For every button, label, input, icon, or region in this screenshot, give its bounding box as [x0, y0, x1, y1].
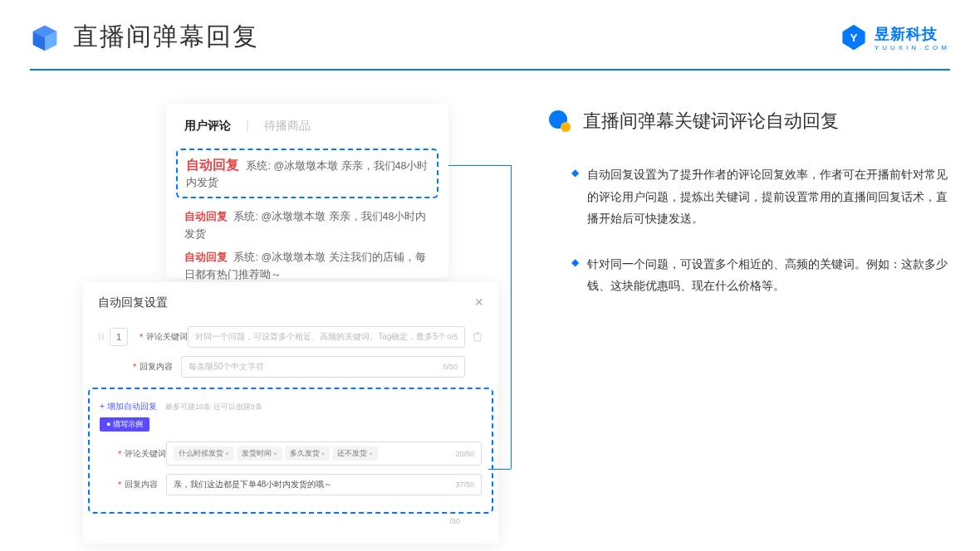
add-auto-reply-link[interactable]: + 增加自动回复 — [100, 402, 157, 411]
brand-sub: YUUXIN.COM — [875, 44, 950, 51]
brand-name: 昱新科技 — [875, 24, 950, 44]
keyword-counter: 0/5 — [447, 333, 458, 341]
comment-line: 自动回复 系统: @冰墩墩本墩 关注我们的店铺，每日都有热门推荐呦～ — [184, 249, 430, 285]
settings-title: 自动回复设置 — [98, 295, 168, 310]
ex-keyword-input[interactable]: 什么时候发货×发货时间×多久发货×还不发货× 20/50 — [166, 441, 482, 466]
required-mark: * — [118, 480, 121, 490]
ex-tags-container: 什么时候发货×发货时间×多久发货×还不发货× — [174, 446, 380, 461]
svg-point-5 — [561, 122, 571, 132]
placeholder: 对同一个问题，可设置多个相近、高频的关键词。Tag确定，最多5个 — [195, 331, 446, 343]
section-icon — [548, 110, 571, 133]
example-box: + 增加自动回复 最多可建10条 还可以创建9条 ● 填写示例 * 评论关键词 … — [88, 388, 493, 514]
row-number: 1 — [110, 328, 128, 346]
ex-keyword-label: 评论关键词 — [125, 448, 166, 460]
add-sub-text: 最多可建10条 还可以创建9条 — [165, 402, 262, 411]
outer-counter: /50 — [98, 517, 483, 525]
settings-card: 自动回复设置 × ⁞⁞ 1 * 评论关键词 对同一个问题，可设置多个相近、高频的… — [83, 282, 498, 544]
page-title: 直播间弹幕回复 — [73, 20, 259, 54]
content-input[interactable]: 每条限50个中文字符 0/50 — [181, 356, 465, 378]
keyword-input[interactable]: 对同一个问题，可设置多个相近、高频的关键词。Tag确定，最多5个 0/5 — [188, 326, 465, 348]
brand: Y 昱新科技 YUUXIN.COM — [840, 23, 950, 51]
comments-card: 用户评论 | 待播商品 自动回复 系统: @冰墩墩本墩 亲亲，我们48小时内发货… — [166, 104, 448, 278]
section-title: 直播间弹幕关键词评论自动回复 — [583, 109, 839, 134]
tab-user-comments[interactable]: 用户评论 — [184, 119, 231, 134]
ex-kw-counter: 20/50 — [455, 450, 474, 458]
required-mark: * — [133, 362, 136, 372]
auto-reply-tag: 自动回复 — [184, 251, 228, 263]
tab-pending-products[interactable]: 待播商品 — [264, 119, 311, 134]
close-icon[interactable]: × — [474, 294, 483, 311]
placeholder: 每条限50个中文字符 — [189, 361, 264, 373]
svg-text:Y: Y — [850, 32, 857, 44]
cube-icon — [30, 22, 60, 52]
ex-content-value: 亲，我们这边都是下单48小时内发货的哦～ — [174, 479, 332, 490]
required-mark: * — [118, 449, 121, 459]
bullet-icon: ◆ — [571, 163, 579, 230]
tag-chip[interactable]: 什么时候发货× — [174, 446, 234, 461]
ex-ct-counter: 37/50 — [455, 480, 474, 489]
content-counter: 0/50 — [443, 363, 458, 371]
auto-reply-tag: 自动回复 — [186, 158, 239, 172]
ex-content-input[interactable]: 亲，我们这边都是下单48小时内发货的哦～ 37/50 — [166, 474, 482, 495]
auto-reply-tag: 自动回复 — [184, 211, 228, 222]
tab-divider: | — [246, 119, 249, 134]
bullet-icon: ◆ — [571, 253, 579, 297]
trash-icon[interactable] — [472, 331, 483, 343]
ex-content-label: 回复内容 — [125, 479, 166, 490]
highlighted-comment: 自动回复 系统: @冰墩墩本墩 亲亲，我们48小时内发货 — [176, 149, 439, 198]
example-badge: ● 填写示例 — [100, 417, 149, 432]
content-label: 回复内容 — [140, 361, 181, 373]
brand-logo-icon: Y — [840, 23, 868, 51]
keyword-label: 评论关键词 — [146, 331, 188, 343]
tag-chip[interactable]: 发货时间× — [237, 446, 282, 461]
comment-line: 自动回复 系统: @冰墩墩本墩 亲亲，我们48小时内发货 — [184, 208, 430, 244]
tag-chip[interactable]: 还不发货× — [332, 446, 378, 461]
bullet-text-1: 自动回复设置为了提升作者的评论回复效率，作者可在开播前针对常见的评论用户问题，提… — [587, 163, 950, 230]
tag-chip[interactable]: 多久发货× — [285, 446, 331, 461]
required-mark: * — [140, 332, 143, 342]
bullet-text-2: 针对同一个问题，可设置多个相近的、高频的关键词。例如：这款多少钱、这块能优惠吗、… — [587, 253, 950, 297]
drag-handle-icon[interactable]: ⁞⁞ — [98, 331, 105, 343]
